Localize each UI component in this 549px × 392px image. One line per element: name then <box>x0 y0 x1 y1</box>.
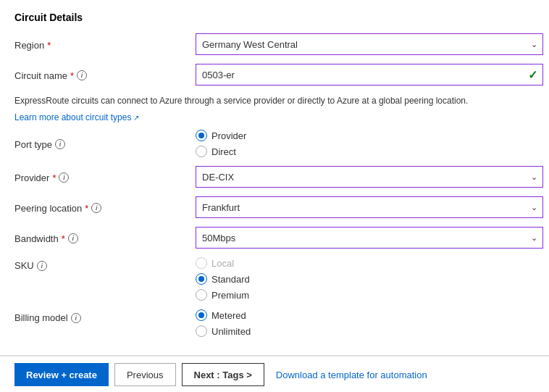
circuit-name-input[interactable] <box>196 64 543 86</box>
region-label: Region <box>14 40 44 51</box>
provider-field: DE-CIX Equinix Megaport ⌄ <box>196 166 543 188</box>
next-button[interactable]: Next : Tags > <box>182 363 264 386</box>
bandwidth-label-col: Bandwidth * i <box>14 232 196 244</box>
billing-unlimited-item[interactable]: Unlimited <box>196 325 535 337</box>
port-type-label-col: Port type i <box>14 138 196 150</box>
port-type-direct-item[interactable]: Direct <box>196 146 535 157</box>
external-link-icon: ↗ <box>133 114 139 122</box>
peering-location-select-wrapper: Frankfurt Berlin Hamburg ⌄ <box>196 196 543 218</box>
sku-local-radio <box>196 257 207 269</box>
circuit-name-label-col: Circuit name * i <box>14 69 196 81</box>
circuit-name-check-icon: ✓ <box>528 68 537 82</box>
description-row: ExpressRoute circuits can connect to Azu… <box>14 94 535 130</box>
peering-location-field: Frankfurt Berlin Hamburg ⌄ <box>196 196 543 218</box>
peering-location-required: * <box>85 203 88 214</box>
port-type-direct-radio <box>196 146 207 157</box>
region-field: Germany West Central West Europe North E… <box>196 33 543 55</box>
bandwidth-required: * <box>62 233 65 244</box>
port-type-provider-label: Provider <box>211 130 246 141</box>
bandwidth-field: 50Mbps 100Mbps 200Mbps 500Mbps 1Gbps ⌄ <box>196 227 543 249</box>
port-type-info-icon[interactable]: i <box>55 139 65 149</box>
provider-row: Provider * i DE-CIX Equinix Megaport ⌄ <box>14 166 535 188</box>
provider-required: * <box>52 172 56 183</box>
bandwidth-select-wrapper: 50Mbps 100Mbps 200Mbps 500Mbps 1Gbps ⌄ <box>196 227 543 249</box>
sku-premium-item[interactable]: Premium <box>196 289 535 301</box>
region-row: Region * Germany West Central West Europ… <box>14 33 535 55</box>
peering-location-label: Peering location <box>14 203 82 214</box>
port-type-row: Port type i Provider Direct <box>14 130 535 157</box>
provider-label-col: Provider * i <box>14 171 196 183</box>
provider-info-icon[interactable]: i <box>59 172 69 183</box>
port-type-direct-label: Direct <box>211 146 236 157</box>
circuit-name-label: Circuit name <box>14 70 67 81</box>
billing-model-info-icon[interactable]: i <box>71 313 81 323</box>
peering-location-select[interactable]: Frankfurt Berlin Hamburg <box>196 196 543 218</box>
sku-standard-label: Standard <box>211 274 250 285</box>
provider-label: Provider <box>14 172 49 183</box>
bandwidth-label: Bandwidth <box>14 233 59 244</box>
billing-metered-label: Metered <box>211 310 246 321</box>
billing-unlimited-label: Unlimited <box>211 326 251 337</box>
billing-model-field: Metered Unlimited <box>196 309 535 337</box>
port-type-label: Port type <box>14 139 52 150</box>
billing-model-label-col: Billing model i <box>14 309 196 323</box>
circuit-name-field: ✓ <box>196 64 543 86</box>
provider-select-wrapper: DE-CIX Equinix Megaport ⌄ <box>196 166 543 188</box>
sku-premium-label: Premium <box>211 290 249 301</box>
port-type-field: Provider Direct <box>196 130 535 157</box>
region-select-wrapper: Germany West Central West Europe North E… <box>196 33 543 55</box>
circuit-name-required: * <box>70 70 74 81</box>
sku-radio-group: Local Standard Premium <box>196 257 535 301</box>
region-label-col: Region * <box>14 38 196 51</box>
port-type-provider-item[interactable]: Provider <box>196 130 535 141</box>
sku-info-icon[interactable]: i <box>37 261 47 271</box>
port-type-radio-group: Provider Direct <box>196 130 535 157</box>
billing-metered-radio <box>196 309 207 321</box>
circuit-name-info-icon[interactable]: i <box>77 70 87 80</box>
sku-row: SKU i Local Standard Premium <box>14 257 535 301</box>
sku-field: Local Standard Premium <box>196 257 535 301</box>
download-template-link[interactable]: Download a template for automation <box>276 370 427 380</box>
billing-metered-item[interactable]: Metered <box>196 309 535 321</box>
circuit-name-input-wrapper: ✓ <box>196 64 543 86</box>
port-type-provider-radio <box>196 130 207 141</box>
sku-local-item[interactable]: Local <box>196 257 535 269</box>
description-text: ExpressRoute circuits can connect to Azu… <box>14 94 535 107</box>
sku-standard-item[interactable]: Standard <box>196 273 535 285</box>
billing-model-row: Billing model i Metered Unlimited <box>14 309 535 337</box>
region-required: * <box>47 40 51 51</box>
sku-local-label: Local <box>211 258 234 269</box>
region-select[interactable]: Germany West Central West Europe North E… <box>196 33 543 55</box>
sku-premium-radio <box>196 289 207 301</box>
learn-more-link[interactable]: Learn more about circuit types ↗ <box>14 112 139 122</box>
billing-model-label: Billing model <box>14 312 68 323</box>
section-title: Circuit Details <box>14 12 535 23</box>
bandwidth-select[interactable]: 50Mbps 100Mbps 200Mbps 500Mbps 1Gbps <box>196 227 543 249</box>
footer: Review + create Previous Next : Tags > D… <box>0 356 549 392</box>
billing-unlimited-radio <box>196 325 207 337</box>
sku-label: SKU <box>14 260 34 271</box>
sku-standard-radio <box>196 273 207 285</box>
peering-location-info-icon[interactable]: i <box>91 203 101 213</box>
bandwidth-info-icon[interactable]: i <box>68 233 78 243</box>
peering-location-row: Peering location * i Frankfurt Berlin Ha… <box>14 196 535 218</box>
circuit-name-row: Circuit name * i ✓ <box>14 64 535 86</box>
peering-location-label-col: Peering location * i <box>14 201 196 214</box>
provider-select[interactable]: DE-CIX Equinix Megaport <box>196 166 543 188</box>
bandwidth-row: Bandwidth * i 50Mbps 100Mbps 200Mbps 500… <box>14 227 535 249</box>
learn-more-text: Learn more about circuit types <box>14 112 131 122</box>
review-create-button[interactable]: Review + create <box>14 363 109 386</box>
previous-button[interactable]: Previous <box>114 363 176 386</box>
billing-model-radio-group: Metered Unlimited <box>196 309 535 337</box>
sku-label-col: SKU i <box>14 257 196 271</box>
